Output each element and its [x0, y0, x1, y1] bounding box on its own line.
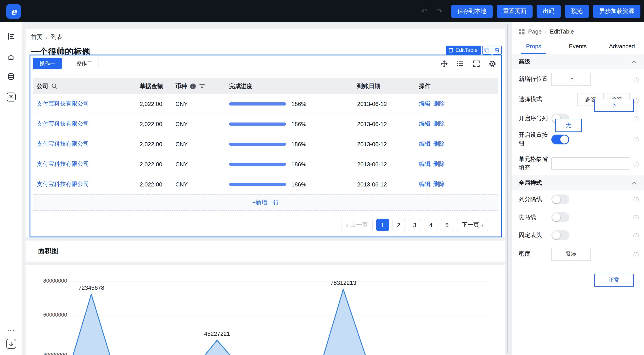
delete-link[interactable]: 删除	[433, 120, 445, 128]
field-cell-default-fill: 单元格缺省填充 {/}	[512, 151, 644, 175]
code-binding-icon[interactable]: {/}	[630, 214, 640, 221]
company-link[interactable]: 支付宝科技有限公司	[37, 120, 89, 128]
settings-button-toggle[interactable]	[551, 135, 569, 144]
action-tab-primary[interactable]: 操作一	[33, 58, 62, 69]
currency-cell: CNY	[176, 100, 188, 107]
code-binding-icon[interactable]: {/}	[630, 197, 640, 203]
selection-tag[interactable]: EditTable	[446, 46, 481, 54]
edit-link[interactable]: 编辑	[419, 120, 430, 128]
edit-link[interactable]: 编辑	[419, 180, 430, 188]
field-zebra-stripe: 斑马线 {/}	[512, 209, 644, 226]
company-link[interactable]: 支付宝科技有限公司	[37, 100, 89, 108]
plugin-panel-icon[interactable]	[7, 52, 15, 61]
action-tab-secondary[interactable]: 操作二	[70, 58, 98, 69]
seg-option-up[interactable]: 上	[551, 73, 591, 86]
company-link[interactable]: 支付宝科技有限公司	[37, 180, 89, 188]
delete-link[interactable]: 删除	[433, 160, 445, 168]
design-canvas[interactable]: 首页 › 列表 一个很帅的标题 EditTable	[22, 22, 511, 355]
outline-panel-icon[interactable]	[7, 32, 15, 41]
seg-option-compact[interactable]: 紧凑	[551, 248, 591, 261]
tab-props[interactable]: Props	[512, 39, 556, 54]
prev-page-button[interactable]: ‹ 上一页	[341, 219, 373, 231]
next-page-button[interactable]: 下一页 ›	[457, 219, 488, 231]
code-binding-icon[interactable]: {/}	[630, 136, 640, 143]
filter-icon[interactable]	[199, 83, 206, 89]
breadcrumb-separator-icon: ›	[545, 28, 547, 35]
page-button-1[interactable]: 1	[376, 219, 389, 231]
reset-page-button[interactable]: 重置页面	[497, 5, 532, 18]
zebra-stripe-toggle[interactable]	[551, 213, 569, 222]
currency-cell: CNY	[176, 120, 188, 127]
code-binding-icon[interactable]: {/}	[630, 160, 640, 167]
undo-icon[interactable]: ↶	[421, 6, 428, 16]
info-icon[interactable]	[190, 83, 196, 89]
save-to-local-button[interactable]: 保存到本地	[451, 5, 493, 18]
search-icon[interactable]	[51, 83, 58, 89]
amount-cell: 2,022.00	[140, 141, 162, 147]
field-column-divider: 列分隔线 {/}	[512, 191, 644, 209]
js-panel-icon[interactable]: JS	[6, 92, 16, 101]
progress-bar	[229, 183, 286, 186]
canvas-scrollbar[interactable]	[506, 24, 508, 353]
amount-cell: 2,022.00	[140, 181, 162, 188]
datasource-panel-icon[interactable]	[7, 72, 15, 81]
delete-link[interactable]: 删除	[433, 100, 445, 108]
delete-link[interactable]: 删除	[433, 180, 445, 188]
app-logo: e	[6, 4, 21, 18]
edit-link[interactable]: 编辑	[419, 140, 430, 148]
tab-advanced[interactable]: Advanced	[600, 39, 644, 54]
inspector-crumb-page[interactable]: Page	[528, 28, 542, 35]
page-button-5[interactable]: 5	[440, 219, 453, 231]
delete-component-button[interactable]	[493, 46, 502, 54]
move-icon[interactable]	[440, 60, 448, 67]
tab-events[interactable]: Events	[556, 39, 600, 54]
date-cell: 2013-06-12	[357, 100, 387, 107]
table-row: 支付宝科技有限公司 2,022.00 CNY 186% 2013-06-12 编…	[33, 94, 498, 114]
redo-icon[interactable]: ↷	[436, 6, 443, 16]
progress-bar	[229, 122, 286, 125]
edit-link[interactable]: 编辑	[419, 160, 430, 168]
export-code-button[interactable]: 出码	[536, 5, 561, 18]
copy-icon	[484, 47, 490, 53]
y-axis-label: 60000000	[26, 312, 67, 318]
more-icon[interactable]: ⋯	[7, 328, 15, 333]
edit-link[interactable]: 编辑	[419, 100, 430, 108]
section-header-advanced[interactable]: 高级	[512, 54, 644, 69]
page-button-4[interactable]: 4	[424, 219, 437, 231]
copy-component-button[interactable]	[482, 46, 492, 54]
preview-button[interactable]: 预览	[565, 5, 589, 18]
point-label: 78312213	[323, 280, 364, 286]
company-link[interactable]: 支付宝科技有限公司	[37, 140, 89, 148]
breadcrumb-home[interactable]: 首页	[31, 33, 42, 41]
page-button-2[interactable]: 2	[392, 219, 405, 231]
section-header-global-style[interactable]: 全局样式	[512, 175, 644, 191]
code-binding-icon[interactable]: {/}	[630, 251, 640, 258]
company-link[interactable]: 支付宝科技有限公司	[37, 160, 89, 168]
column-divider-toggle[interactable]	[551, 195, 569, 205]
delete-link[interactable]: 删除	[433, 140, 445, 148]
page-button-3[interactable]: 3	[408, 219, 421, 231]
progress-bar	[229, 163, 286, 166]
code-binding-icon[interactable]: {/}	[630, 76, 640, 82]
fixed-header-toggle[interactable]	[551, 231, 569, 240]
component-icon	[448, 48, 453, 52]
list-settings-icon[interactable]	[456, 60, 464, 67]
area-chart[interactable]: 80000000 60000000 40000000 72345678 4522…	[26, 265, 505, 355]
edittable-selection[interactable]: EditTable 操作一 操作二	[30, 54, 502, 237]
fullscreen-icon[interactable]	[472, 60, 480, 67]
chart-title-block[interactable]: 面积图	[26, 241, 505, 262]
seg-option-down[interactable]: 下	[594, 99, 634, 112]
amount-cell: 2,022.00	[140, 161, 162, 167]
chevron-up-icon	[632, 60, 637, 64]
gear-icon[interactable]	[489, 60, 496, 67]
add-row-button[interactable]: +新增一行	[33, 195, 498, 211]
progress-value: 186%	[291, 100, 306, 107]
cell-default-input[interactable]	[551, 157, 630, 170]
shortcut-panel-icon[interactable]	[6, 339, 16, 349]
progress-bar	[229, 142, 286, 146]
seg-option-normal[interactable]: 正常	[594, 274, 634, 287]
seg-option-none[interactable]: 无	[556, 119, 582, 132]
async-load-resource-button[interactable]: 异步加载资源	[593, 5, 640, 18]
code-binding-icon[interactable]: {/}	[630, 232, 640, 239]
code-binding-icon[interactable]: {/}	[630, 115, 640, 122]
